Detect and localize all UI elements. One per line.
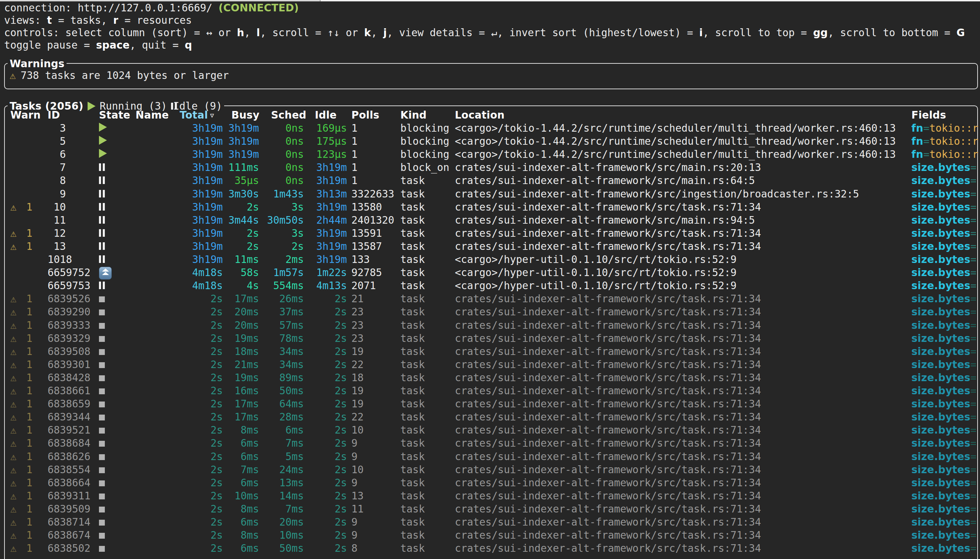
task-row[interactable]: ⚠168386742s8ms10ms2s9taskcrates/sui-inde… <box>5 529 977 542</box>
completed-state-icon <box>99 323 105 329</box>
task-row[interactable]: ⚠168395262s17ms26ms2s21taskcrates/sui-in… <box>5 292 977 305</box>
column-header-kind[interactable]: Kind <box>401 109 454 122</box>
completed-state-icon <box>99 296 105 302</box>
warn-count: 1 <box>22 476 32 490</box>
task-row[interactable]: ⚠168385022s6ms50ms2s8taskcrates/sui-inde… <box>5 542 977 555</box>
task-id: 12 <box>48 227 66 240</box>
task-row[interactable]: ⚠168393112s10ms14ms2s13taskcrates/sui-in… <box>5 490 977 503</box>
task-row[interactable]: ⚠1123h19m2s3s3h19m13591taskcrates/sui-in… <box>5 227 977 240</box>
warn-count: 1 <box>22 397 32 410</box>
task-row[interactable]: ⚠168395212s8ms6ms2s10taskcrates/sui-inde… <box>5 423 977 437</box>
column-header-name[interactable]: Name <box>136 109 174 122</box>
warn-count: 1 <box>22 463 32 476</box>
task-row[interactable]: ⚠168393012s21ms34ms2s22taskcrates/sui-in… <box>5 358 977 371</box>
warn-count: 1 <box>22 384 32 397</box>
sched-duration: 78ms <box>267 332 304 345</box>
column-header-busy[interactable]: Busy <box>232 109 262 122</box>
column-header-loc[interactable]: Location <box>455 109 908 122</box>
column-header-idle[interactable]: Idle <box>315 109 348 122</box>
column-header-polls[interactable]: Polls <box>351 109 401 122</box>
polls-count: 19 <box>351 397 401 410</box>
fields-cell: size.bytes= <box>911 516 980 529</box>
task-row[interactable]: ⚠168386642s6ms13ms2s9taskcrates/sui-inde… <box>5 476 977 490</box>
completed-state-icon <box>99 402 105 407</box>
field-equals: = <box>970 188 977 200</box>
total-duration: 2s <box>174 305 223 318</box>
task-row[interactable]: 33h19m3h19m0ns169µs1blocking<cargo>/toki… <box>5 122 977 135</box>
task-row[interactable]: ⚠168387142s6ms20ms2s9taskcrates/sui-inde… <box>5 516 977 529</box>
task-id: 6838502 <box>48 542 66 555</box>
warning-text: 738 tasks are 1024 bytes or larger <box>21 69 229 82</box>
column-header-warnic[interactable]: Warn <box>10 109 23 122</box>
location-path: crates/sui-indexer-alt-framework/src/tas… <box>455 423 908 437</box>
task-row[interactable]: ⚠1103h19m2s3s3h19m13580taskcrates/sui-in… <box>5 200 977 214</box>
task-row[interactable]: ⚠168384282s19ms89ms2s18taskcrates/sui-in… <box>5 371 977 384</box>
task-row[interactable]: ⚠168386262s6ms5ms2s9taskcrates/sui-index… <box>5 450 977 463</box>
warning-triangle-icon: ⚠ <box>10 319 23 332</box>
warning-triangle-icon: ⚠ <box>10 410 23 423</box>
completed-state-icon <box>99 493 105 499</box>
task-row[interactable]: ⚠168392902s20ms37ms2s23taskcrates/sui-in… <box>5 305 977 318</box>
task-row[interactable]: ⚠168386592s17ms64ms2s19taskcrates/sui-in… <box>5 397 977 410</box>
task-row[interactable]: 66597524m18s58s1m57s1m22s92785task<cargo… <box>5 266 977 279</box>
warning-triangle-icon: ⚠ <box>10 240 23 253</box>
task-row[interactable]: ⚠168395092s8ms7ms2s11taskcrates/sui-inde… <box>5 503 977 516</box>
task-row[interactable]: 66597534m18s4s554ms4m13s2071task<cargo>/… <box>5 279 977 292</box>
sched-duration: 34ms <box>267 345 304 358</box>
fields-cell: size.bytes= <box>911 240 980 253</box>
busy-duration: 2s <box>228 200 259 214</box>
fields-cell: size.bytes= <box>911 384 980 397</box>
total-duration: 3h19m <box>174 214 223 227</box>
field-equals: = <box>970 346 977 357</box>
kind-label: blocking <box>401 122 454 135</box>
task-row[interactable]: 83h19m35µs0ns3h19m1taskcrates/sui-indexe… <box>5 174 977 187</box>
field-equals: = <box>970 267 977 278</box>
state-cell <box>99 135 127 148</box>
idle-duration: 2s <box>313 503 347 516</box>
warn-count: 1 <box>22 503 32 516</box>
task-row[interactable]: 93h19m3m30s1m43s3h13m3322633taskcrates/s… <box>5 187 977 200</box>
sched-duration: 3s <box>267 227 304 240</box>
task-row[interactable]: ⚠1133h19m2s2s3h19m13587taskcrates/sui-in… <box>5 240 977 253</box>
column-header-total[interactable]: Total▿ <box>180 109 232 122</box>
task-id: 6839311 <box>48 490 66 503</box>
task-row[interactable]: ⚠168393442s17ms28ms2s22taskcrates/sui-in… <box>5 410 977 423</box>
task-row[interactable]: 53h19m3h19m0ns175µs1blocking<cargo>/toki… <box>5 135 977 148</box>
total-duration: 2s <box>174 542 223 555</box>
field-name: size.bytes <box>911 542 970 554</box>
warn-count: 1 <box>22 240 32 253</box>
task-id: 6 <box>48 148 66 161</box>
warn-count: 1 <box>22 450 32 463</box>
warn-count: 1 <box>22 305 32 318</box>
completed-state-icon <box>99 533 105 539</box>
column-header-fields[interactable]: Fields <box>911 109 980 122</box>
task-row[interactable]: ⚠168385542s7ms24ms2s10taskcrates/sui-ind… <box>5 463 977 476</box>
sched-duration: 7ms <box>267 437 304 450</box>
fields-cell: size.bytes= <box>911 266 980 279</box>
task-row[interactable]: 63h19m3h19m0ns123µs1blocking<cargo>/toki… <box>5 148 977 161</box>
sched-duration: 57ms <box>267 319 304 332</box>
state-cell <box>99 240 127 253</box>
task-row[interactable]: 113h19m3m44s30m50s2h44m2401320taskcrates… <box>5 214 977 227</box>
busy-duration: 17ms <box>228 410 259 423</box>
kind-label: task <box>401 214 454 227</box>
column-header-state[interactable]: State <box>99 109 127 122</box>
task-row[interactable]: 10183h19m11ms2ms3h19m133task<cargo>/hype… <box>5 253 977 266</box>
column-header-id[interactable]: ID <box>48 109 66 122</box>
warn-count: 1 <box>22 423 32 437</box>
task-row[interactable]: 73h19m111ms0ns3h19m1block_oncrates/sui-i… <box>5 161 977 174</box>
field-name: fn <box>911 136 923 147</box>
column-header-sched[interactable]: Sched <box>271 109 308 122</box>
warning-triangle-icon: ⚠ <box>10 463 23 476</box>
task-row[interactable]: ⚠168393332s20ms57ms2s23taskcrates/sui-in… <box>5 319 977 332</box>
sched-duration: 0ns <box>267 135 304 148</box>
task-row[interactable]: ⚠168386612s16ms50ms2s19taskcrates/sui-in… <box>5 384 977 397</box>
state-cell <box>99 279 127 292</box>
task-row[interactable]: ⚠168393292s19ms78ms2s23taskcrates/sui-in… <box>5 332 977 345</box>
task-row[interactable]: ⚠168395082s18ms34ms2s19taskcrates/sui-in… <box>5 345 977 358</box>
task-row[interactable]: ⚠168386842s6ms7ms2s9taskcrates/sui-index… <box>5 437 977 450</box>
sched-duration: 26ms <box>267 292 304 305</box>
warn-count: 1 <box>22 358 32 371</box>
idle-duration: 3h19m <box>313 240 347 253</box>
idle-duration: 3h19m <box>313 227 347 240</box>
